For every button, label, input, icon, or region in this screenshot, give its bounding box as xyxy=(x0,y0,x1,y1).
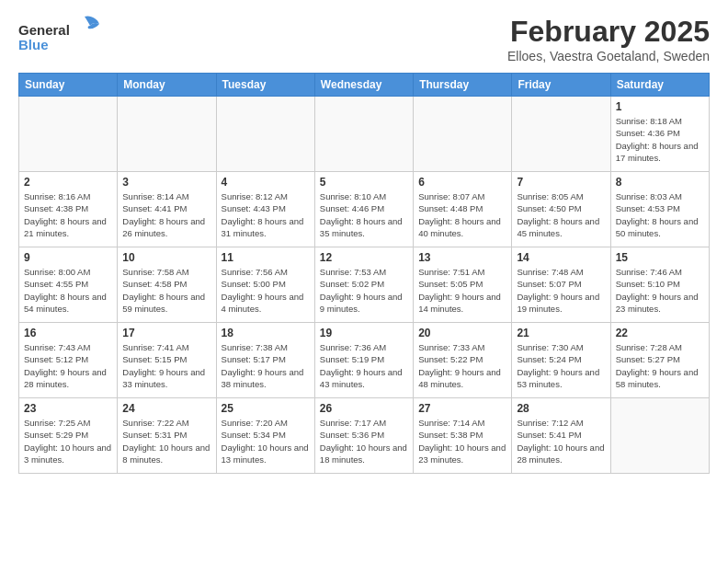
svg-text:General: General xyxy=(18,22,70,38)
header-sunday: Sunday xyxy=(19,74,118,97)
header-wednesday: Wednesday xyxy=(314,74,413,97)
day-number: 19 xyxy=(320,327,408,339)
day-info: Sunrise: 8:18 AM Sunset: 4:36 PM Dayligh… xyxy=(616,115,704,164)
calendar-cell: 5Sunrise: 8:10 AM Sunset: 4:46 PM Daylig… xyxy=(314,172,413,247)
logo-svg: General Blue xyxy=(18,15,101,55)
svg-text:Blue: Blue xyxy=(18,37,49,52)
header-thursday: Thursday xyxy=(414,74,512,97)
day-info: Sunrise: 7:20 AM Sunset: 5:34 PM Dayligh… xyxy=(222,417,310,465)
day-number: 20 xyxy=(418,327,506,339)
day-info: Sunrise: 7:51 AM Sunset: 5:05 PM Dayligh… xyxy=(418,266,506,315)
calendar-cell: 3Sunrise: 8:14 AM Sunset: 4:41 PM Daylig… xyxy=(118,172,216,247)
calendar-cell xyxy=(118,97,216,172)
header-saturday: Saturday xyxy=(610,74,709,97)
week-row-3: 16Sunrise: 7:43 AM Sunset: 5:12 PM Dayli… xyxy=(19,323,710,398)
day-number: 27 xyxy=(418,402,506,415)
calendar-cell xyxy=(216,97,314,172)
day-number: 14 xyxy=(517,251,605,264)
calendar-cell: 7Sunrise: 8:05 AM Sunset: 4:50 PM Daylig… xyxy=(512,172,610,247)
day-number: 2 xyxy=(24,176,112,189)
day-number: 15 xyxy=(616,251,704,264)
calendar-cell: 11Sunrise: 7:56 AM Sunset: 5:00 PM Dayli… xyxy=(216,247,314,323)
calendar-cell: 8Sunrise: 8:03 AM Sunset: 4:53 PM Daylig… xyxy=(610,172,709,247)
day-info: Sunrise: 7:46 AM Sunset: 5:10 PM Dayligh… xyxy=(616,266,704,315)
day-number: 18 xyxy=(222,327,310,339)
calendar-cell: 25Sunrise: 7:20 AM Sunset: 5:34 PM Dayli… xyxy=(216,398,314,474)
day-number: 24 xyxy=(122,402,210,415)
day-number: 11 xyxy=(222,251,310,264)
day-info: Sunrise: 7:30 AM Sunset: 5:24 PM Dayligh… xyxy=(517,341,605,390)
calendar-cell: 9Sunrise: 8:00 AM Sunset: 4:55 PM Daylig… xyxy=(19,247,118,323)
weekday-header-row: Sunday Monday Tuesday Wednesday Thursday… xyxy=(19,74,710,97)
day-info: Sunrise: 7:12 AM Sunset: 5:41 PM Dayligh… xyxy=(517,417,605,465)
day-info: Sunrise: 7:17 AM Sunset: 5:36 PM Dayligh… xyxy=(320,417,408,465)
logo: General Blue xyxy=(18,15,101,59)
calendar-cell: 16Sunrise: 7:43 AM Sunset: 5:12 PM Dayli… xyxy=(19,323,118,398)
logo-text: General Blue xyxy=(18,15,101,59)
day-number: 25 xyxy=(222,402,310,415)
calendar-cell xyxy=(314,97,413,172)
day-info: Sunrise: 8:12 AM Sunset: 4:43 PM Dayligh… xyxy=(222,190,310,239)
page: General Blue February 2025 Elloes, Vaest… xyxy=(0,0,728,563)
calendar-cell: 4Sunrise: 8:12 AM Sunset: 4:43 PM Daylig… xyxy=(216,172,314,247)
day-number: 12 xyxy=(320,251,408,264)
day-info: Sunrise: 8:03 AM Sunset: 4:53 PM Dayligh… xyxy=(616,190,704,239)
week-row-0: 1Sunrise: 8:18 AM Sunset: 4:36 PM Daylig… xyxy=(19,97,710,172)
day-number: 23 xyxy=(24,402,112,415)
calendar-cell: 13Sunrise: 7:51 AM Sunset: 5:05 PM Dayli… xyxy=(414,247,512,323)
calendar-cell: 22Sunrise: 7:28 AM Sunset: 5:27 PM Dayli… xyxy=(610,323,709,398)
day-number: 9 xyxy=(24,251,112,264)
calendar-cell: 15Sunrise: 7:46 AM Sunset: 5:10 PM Dayli… xyxy=(610,247,709,323)
day-info: Sunrise: 8:07 AM Sunset: 4:48 PM Dayligh… xyxy=(418,190,506,239)
week-row-2: 9Sunrise: 8:00 AM Sunset: 4:55 PM Daylig… xyxy=(19,247,710,323)
calendar-cell xyxy=(610,398,709,474)
calendar-cell: 18Sunrise: 7:38 AM Sunset: 5:17 PM Dayli… xyxy=(216,323,314,398)
calendar-cell: 20Sunrise: 7:33 AM Sunset: 5:22 PM Dayli… xyxy=(414,323,512,398)
calendar-cell: 26Sunrise: 7:17 AM Sunset: 5:36 PM Dayli… xyxy=(314,398,413,474)
day-number: 5 xyxy=(320,176,408,189)
day-info: Sunrise: 7:33 AM Sunset: 5:22 PM Dayligh… xyxy=(418,341,506,390)
day-number: 26 xyxy=(320,402,408,415)
title-block: February 2025 Elloes, Vaestra Goetaland,… xyxy=(507,15,710,63)
day-info: Sunrise: 7:53 AM Sunset: 5:02 PM Dayligh… xyxy=(320,266,408,315)
day-info: Sunrise: 7:56 AM Sunset: 5:00 PM Dayligh… xyxy=(222,266,310,315)
day-info: Sunrise: 7:28 AM Sunset: 5:27 PM Dayligh… xyxy=(616,341,704,390)
calendar-cell: 6Sunrise: 8:07 AM Sunset: 4:48 PM Daylig… xyxy=(414,172,512,247)
header: General Blue February 2025 Elloes, Vaest… xyxy=(18,15,710,63)
week-row-4: 23Sunrise: 7:25 AM Sunset: 5:29 PM Dayli… xyxy=(19,398,710,474)
calendar-cell: 28Sunrise: 7:12 AM Sunset: 5:41 PM Dayli… xyxy=(512,398,610,474)
calendar-cell xyxy=(19,97,118,172)
day-number: 6 xyxy=(418,176,506,189)
day-number: 4 xyxy=(222,176,310,189)
calendar-table: Sunday Monday Tuesday Wednesday Thursday… xyxy=(18,73,710,474)
day-info: Sunrise: 7:41 AM Sunset: 5:15 PM Dayligh… xyxy=(122,341,210,390)
calendar-cell: 17Sunrise: 7:41 AM Sunset: 5:15 PM Dayli… xyxy=(118,323,216,398)
calendar-cell: 24Sunrise: 7:22 AM Sunset: 5:31 PM Dayli… xyxy=(118,398,216,474)
header-tuesday: Tuesday xyxy=(216,74,314,97)
calendar-cell: 10Sunrise: 7:58 AM Sunset: 4:58 PM Dayli… xyxy=(118,247,216,323)
day-info: Sunrise: 7:38 AM Sunset: 5:17 PM Dayligh… xyxy=(222,341,310,390)
day-info: Sunrise: 8:16 AM Sunset: 4:38 PM Dayligh… xyxy=(24,190,112,239)
header-monday: Monday xyxy=(118,74,216,97)
day-info: Sunrise: 7:43 AM Sunset: 5:12 PM Dayligh… xyxy=(24,341,112,390)
calendar-cell xyxy=(414,97,512,172)
day-number: 7 xyxy=(517,176,605,189)
calendar-cell: 14Sunrise: 7:48 AM Sunset: 5:07 PM Dayli… xyxy=(512,247,610,323)
day-number: 1 xyxy=(616,100,704,113)
calendar-cell: 19Sunrise: 7:36 AM Sunset: 5:19 PM Dayli… xyxy=(314,323,413,398)
day-number: 3 xyxy=(122,176,210,189)
day-info: Sunrise: 7:58 AM Sunset: 4:58 PM Dayligh… xyxy=(122,266,210,315)
day-info: Sunrise: 8:00 AM Sunset: 4:55 PM Dayligh… xyxy=(24,266,112,315)
day-number: 16 xyxy=(24,327,112,339)
day-number: 21 xyxy=(517,327,605,339)
calendar-cell: 21Sunrise: 7:30 AM Sunset: 5:24 PM Dayli… xyxy=(512,323,610,398)
day-number: 8 xyxy=(616,176,704,189)
day-number: 28 xyxy=(517,402,605,415)
week-row-1: 2Sunrise: 8:16 AM Sunset: 4:38 PM Daylig… xyxy=(19,172,710,247)
day-number: 13 xyxy=(418,251,506,264)
day-info: Sunrise: 7:48 AM Sunset: 5:07 PM Dayligh… xyxy=(517,266,605,315)
calendar-cell: 2Sunrise: 8:16 AM Sunset: 4:38 PM Daylig… xyxy=(19,172,118,247)
day-number: 10 xyxy=(122,251,210,264)
day-info: Sunrise: 7:36 AM Sunset: 5:19 PM Dayligh… xyxy=(320,341,408,390)
calendar-cell: 1Sunrise: 8:18 AM Sunset: 4:36 PM Daylig… xyxy=(610,97,709,172)
